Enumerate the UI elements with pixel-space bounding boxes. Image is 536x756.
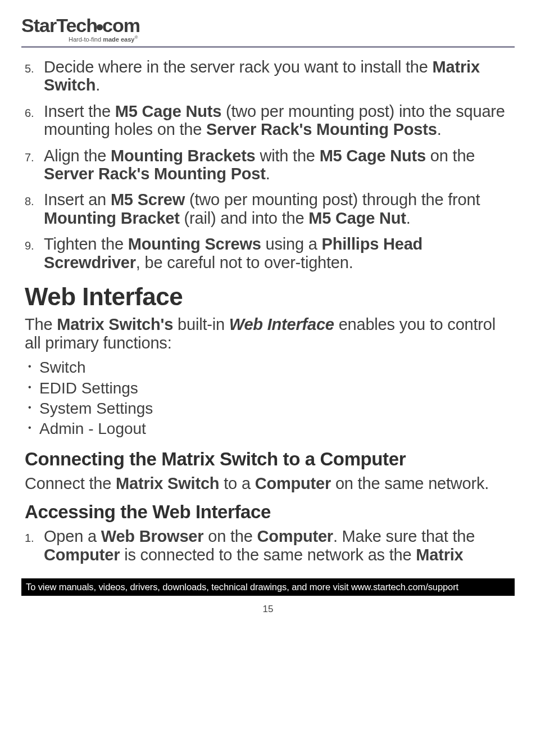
subheading-connecting: Connecting the Matrix Switch to a Comput… (25, 449, 511, 470)
bold-text: Server Rack's Mounting Post (44, 165, 266, 183)
bold-text: Server Rack's Mounting Posts (206, 120, 437, 138)
lead-paragraph: The Matrix Switch's built-in Web Interfa… (25, 315, 511, 352)
list-item: 8.Insert an M5 Screw (two per mounting p… (25, 191, 511, 227)
bold-text: Matrix Switch (116, 474, 219, 492)
bold-text: Computer (255, 474, 331, 492)
step-body: Insert an M5 Screw (two per mounting pos… (44, 191, 511, 227)
logo-part1: StarTech (21, 15, 97, 36)
list-item: 7.Align the Mounting Brackets with the M… (25, 147, 511, 183)
step-number: 7. (25, 151, 44, 164)
bold-text: Mounting Screws (128, 235, 261, 253)
bullet-item: Admin - Logout (39, 419, 511, 439)
page-container: StarTechcom Hard-to-find made easy® 5.De… (0, 0, 536, 626)
bold-text: M5 Cage Nut (308, 209, 406, 227)
step-number: 6. (25, 107, 44, 120)
access-steps-list: 1.Open a Web Browser on the Computer. Ma… (25, 527, 511, 564)
bold-text: Computer (44, 546, 120, 564)
step-body: Insert the M5 Cage Nuts (two per mountin… (44, 102, 511, 139)
list-item: 5.Decide where in the server rack you wa… (25, 58, 511, 94)
step-number: 9. (25, 239, 44, 252)
tagline: Hard-to-find made easy® (69, 35, 515, 43)
tagline-bold: made easy (103, 36, 134, 43)
bold-text: Mounting Brackets (111, 147, 256, 165)
logo-text: StarTechcom (21, 15, 140, 36)
bold-text: Web Browser (101, 527, 204, 545)
step-body: Tighten the Mounting Screws using a Phil… (44, 235, 511, 271)
bold-text: Matrix Switch (44, 58, 480, 94)
subheading-accessing: Accessing the Web Interface (25, 501, 511, 523)
step-number: 5. (25, 62, 44, 75)
logo-part2: com (102, 15, 140, 36)
bold-text: M5 Cage Nuts (320, 147, 426, 165)
bold-text: Computer (257, 527, 333, 545)
logo-dot-icon (97, 24, 103, 30)
step-body: Open a Web Browser on the Computer. Make… (44, 527, 511, 564)
page-number: 15 (21, 604, 515, 626)
bold-text: Mounting Bracket (44, 209, 180, 227)
step-body: Align the Mounting Brackets with the M5 … (44, 147, 511, 183)
bold-text: M5 Screw (111, 191, 185, 209)
bold-text: M5 Cage Nuts (115, 102, 221, 120)
registered-icon: ® (134, 35, 138, 40)
bullet-item: Switch (39, 357, 511, 378)
step-body: Decide where in the server rack you want… (44, 58, 511, 94)
footer-bar: To view manuals, videos, drivers, downlo… (21, 578, 515, 596)
tagline-prefix: Hard-to-find (69, 36, 103, 43)
section-heading: Web Interface (25, 283, 511, 311)
bold-text: Matrix (416, 546, 463, 564)
brand-logo: StarTechcom Hard-to-find made easy® (21, 16, 515, 43)
bullet-item: System Settings (39, 399, 511, 419)
install-steps-list: 5.Decide where in the server rack you wa… (25, 58, 511, 272)
list-item: 9.Tighten the Mounting Screws using a Ph… (25, 235, 511, 271)
connect-paragraph: Connect the Matrix Switch to a Computer … (25, 474, 511, 492)
divider (21, 46, 515, 48)
feature-bullets: SwitchEDID SettingsSystem SettingsAdmin … (25, 357, 511, 440)
content-area: 5.Decide where in the server rack you wa… (21, 58, 515, 564)
list-item: 6.Insert the M5 Cage Nuts (two per mount… (25, 102, 511, 139)
bullet-item: EDID Settings (39, 378, 511, 399)
bold-italic-text: Web Interface (229, 315, 334, 333)
step-number: 1. (25, 532, 44, 545)
list-item: 1.Open a Web Browser on the Computer. Ma… (25, 527, 511, 564)
bold-text: Matrix Switch's (57, 315, 173, 333)
step-number: 8. (25, 195, 44, 208)
